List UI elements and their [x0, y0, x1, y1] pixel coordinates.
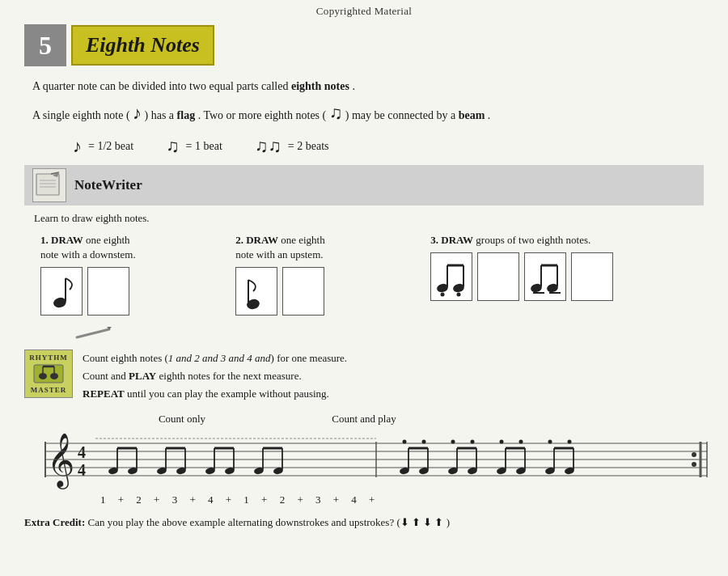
intro-line-2: A single eighth note ( ♪ ) has a flag . …	[32, 99, 704, 127]
one-beat-label: = 1 beat	[186, 140, 222, 153]
svg-point-28	[50, 373, 58, 379]
staff-section: Count only Count and play 𝄞 4 4	[40, 413, 704, 506]
svg-point-15	[441, 292, 445, 296]
svg-text:4: 4	[78, 461, 86, 479]
note-example-1	[40, 267, 83, 316]
count-only-label: Count only	[89, 413, 275, 426]
svg-text:4: 4	[78, 443, 86, 461]
note-empty-1[interactable]	[87, 267, 129, 316]
svg-point-27	[39, 373, 47, 379]
two-beat-label: = 2 beats	[288, 140, 329, 153]
svg-point-78	[451, 440, 455, 444]
half-beat-label: = 1/2 beat	[88, 140, 133, 153]
group-example-1	[430, 252, 472, 301]
svg-point-85	[500, 440, 504, 444]
staff-svg: 𝄞 4 4	[40, 429, 712, 493]
notewriter-icon-svg	[35, 171, 64, 200]
staff-labels: Count only Count and play	[89, 413, 704, 426]
group-empty-2[interactable]	[571, 252, 613, 301]
intro-line-1: A quarter note can be divided into two e…	[32, 78, 704, 95]
note-empty-2[interactable]	[282, 267, 324, 316]
svg-rect-0	[36, 174, 59, 195]
extra-credit-text: Can you play the above example alternati…	[87, 516, 450, 528]
draw-label-3: 3. DRAW groups of two eighth notes.	[430, 233, 704, 248]
notewriter-icon	[32, 168, 66, 202]
svg-point-93	[568, 440, 572, 444]
one-beat-note: ♫	[166, 136, 180, 157]
pencil-area	[73, 325, 704, 341]
draw-exercises: 1. DRAW one eighthnote with a downstem. …	[40, 233, 704, 316]
note-example-2	[235, 267, 277, 316]
svg-point-79	[471, 440, 475, 444]
rhythm-line-3: REPEAT until you can play the example wi…	[83, 385, 347, 403]
rhythm-top-label: RHYTHM	[29, 354, 68, 362]
draw-boxes-2	[235, 267, 430, 316]
draw-section-1: 1. DRAW one eighthnote with a downstem.	[40, 233, 235, 316]
svg-point-45	[692, 462, 696, 467]
rhythm-line-2: Count and PLAY eighth notes for the next…	[83, 367, 347, 385]
svg-point-16	[457, 292, 461, 296]
beat-item-half: ♪ = 1/2 beat	[73, 136, 133, 157]
svg-rect-26	[34, 365, 63, 383]
notewriter-title: NoteWriter	[74, 177, 142, 193]
draw-label-2: 2. DRAW one eighthnote with an upstem.	[235, 233, 430, 262]
intro-text: A quarter note can be divided into two e…	[32, 78, 704, 128]
copyright-text: Copyrighted Material	[316, 5, 412, 17]
copyright-bar: Copyrighted Material	[0, 0, 728, 21]
notewriter-header: NoteWriter	[24, 165, 704, 205]
page-content: 5 Eighth Notes A quarter note can be div…	[0, 21, 728, 539]
svg-point-72	[422, 440, 426, 444]
two-beat-notes: ♫♫	[255, 136, 281, 157]
beat-item-two: ♫♫ = 2 beats	[255, 136, 329, 157]
draw-boxes-3	[430, 252, 704, 301]
svg-point-71	[403, 440, 407, 444]
rhythm-line-1: Count eighth notes (1 and 2 and 3 and 4 …	[83, 349, 347, 367]
chapter-title-box: Eighth Notes	[71, 25, 214, 66]
beat-item-one: ♫ = 1 beat	[166, 136, 222, 157]
svg-line-24	[77, 329, 109, 337]
chapter-header: 5 Eighth Notes	[24, 24, 704, 66]
count-play-label: Count and play	[275, 413, 453, 426]
svg-point-44	[692, 452, 696, 457]
half-beat-note: ♪	[73, 136, 82, 157]
group-empty-1[interactable]	[477, 252, 519, 301]
rhythm-bottom-label: MASTER	[31, 386, 67, 394]
beat-row: ♪ = 1/2 beat ♫ = 1 beat ♫♫ = 2 beats	[73, 136, 704, 157]
chapter-number: 5	[24, 24, 66, 66]
rhythm-section: RHYTHM MASTER Count eighth notes (1 and …	[24, 349, 704, 403]
extra-credit: Extra Credit: Can you play the above exa…	[24, 515, 704, 531]
draw-section-3: 3. DRAW groups of two eighth notes.	[430, 233, 704, 301]
chapter-title: Eighth Notes	[86, 33, 200, 57]
svg-text:𝄞: 𝄞	[47, 433, 74, 489]
draw-boxes-1	[40, 267, 235, 316]
svg-point-86	[519, 440, 523, 444]
svg-point-92	[548, 440, 552, 444]
rhythm-instructions: Count eighth notes (1 and 2 and 3 and 4 …	[83, 349, 347, 403]
draw-section-2: 2. DRAW one eighthnote with an upstem.	[235, 233, 430, 316]
rhythm-master-box: RHYTHM MASTER	[24, 349, 73, 398]
extra-credit-label: Extra Credit:	[24, 516, 85, 528]
pencil-svg	[73, 325, 113, 341]
beat-numbers: 1 + 2 + 3 + 4 + 1 + 2 + 3 + 4 +	[100, 493, 704, 506]
group-example-2	[524, 252, 566, 301]
draw-label-1: 1. DRAW one eighthnote with a downstem.	[40, 233, 235, 262]
notewriter-subtitle: Learn to draw eighth notes.	[34, 212, 704, 225]
